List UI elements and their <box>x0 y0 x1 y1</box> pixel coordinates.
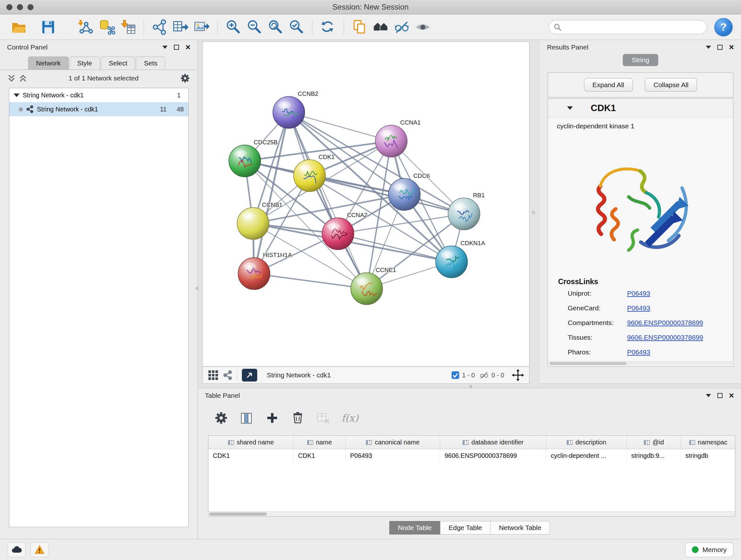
network-node-RB1[interactable] <box>448 198 480 230</box>
tab-network-table[interactable]: Network Table <box>490 521 550 535</box>
collapse-all-button[interactable]: Collapse All <box>645 78 697 91</box>
network-row[interactable]: String Network - cdk1 11 48 <box>9 102 188 116</box>
gear-icon[interactable] <box>180 73 191 84</box>
table-row[interactable]: CDK1CDK1P064939606.ENSP00000378699cyclin… <box>208 449 735 462</box>
import-table-button[interactable] <box>118 17 138 38</box>
network-node-HIST1H1A[interactable] <box>238 258 270 290</box>
table-cell[interactable]: CDK1 <box>208 449 293 462</box>
collapse-all-icon[interactable] <box>7 74 16 83</box>
close-panel-icon[interactable] <box>729 391 734 400</box>
import-network-database-button[interactable] <box>96 17 118 38</box>
import-network-file-button[interactable] <box>75 17 96 38</box>
crosslink-link[interactable]: P06493 <box>627 304 650 312</box>
network-edge[interactable] <box>289 112 367 289</box>
warnings-button[interactable] <box>30 543 49 557</box>
expand-all-icon[interactable] <box>18 74 27 83</box>
column-header-shared-name[interactable]: shared name <box>208 436 293 449</box>
tab-edge-table[interactable]: Edge Table <box>440 521 491 535</box>
network-view-canvas[interactable]: CCNB2CCNA1CDC25BCDK1CDC6RB1CCNB1CCNA2CDK… <box>202 42 529 367</box>
network-node-CCNE1[interactable] <box>351 273 383 305</box>
crosslink-link[interactable]: P06493 <box>627 348 650 356</box>
network-node-CCNA1[interactable] <box>375 125 407 157</box>
table-cell[interactable]: cyclin-dependent ... <box>546 449 627 462</box>
export-image-button[interactable] <box>191 17 212 38</box>
tab-network[interactable]: Network <box>28 57 69 70</box>
maximize-panel-icon[interactable] <box>718 45 723 50</box>
column-header-id[interactable]: @id <box>627 436 681 449</box>
minimize-window-button[interactable] <box>17 4 23 10</box>
export-network-button[interactable] <box>170 17 191 38</box>
network-node-CDC6[interactable] <box>388 179 420 210</box>
table-cell[interactable]: stringdb <box>681 449 735 462</box>
scrollbar-thumb[interactable] <box>209 512 267 516</box>
search-input[interactable] <box>564 23 702 31</box>
crosslink-link[interactable]: P06493 <box>627 290 650 297</box>
float-panel-icon[interactable] <box>706 394 711 397</box>
float-panel-icon[interactable] <box>162 46 167 49</box>
column-header-name[interactable]: name <box>293 436 346 449</box>
network-collection-row[interactable]: String Network - cdk1 1 <box>9 88 188 102</box>
crosslink-link[interactable]: 9606.ENSP00000378699 <box>627 334 703 341</box>
column-header-namespac[interactable]: namespac <box>681 436 735 449</box>
maximize-panel-icon[interactable] <box>718 393 723 398</box>
column-header-canonical-name[interactable]: canonical name <box>346 436 440 449</box>
table-cell[interactable]: stringdb:9... <box>627 449 681 462</box>
protein-header-row[interactable]: CDK1 <box>548 99 733 118</box>
zoom-fit-button[interactable] <box>265 17 286 38</box>
help-button[interactable] <box>714 18 733 37</box>
right-splitter-handle[interactable] <box>532 211 535 214</box>
zoom-selected-button[interactable] <box>286 17 307 38</box>
tab-select[interactable]: Select <box>101 57 135 70</box>
grid-view-button[interactable] <box>208 370 219 381</box>
search-box[interactable] <box>549 20 707 34</box>
left-splitter-handle[interactable] <box>196 287 199 290</box>
open-session-button[interactable] <box>8 17 29 38</box>
show-all-button[interactable] <box>412 17 433 38</box>
column-header-database-identifier[interactable]: database identifier <box>440 436 546 449</box>
network-node-CDK1[interactable] <box>293 160 326 192</box>
network-edge[interactable] <box>254 273 367 289</box>
hidden-eye-icon[interactable] <box>479 370 489 380</box>
copy-button[interactable] <box>349 17 370 38</box>
table-horizontal-scrollbar[interactable] <box>208 511 735 516</box>
network-node-CCNB1[interactable] <box>237 207 269 240</box>
collapse-triangle-icon[interactable] <box>14 94 19 97</box>
hide-selection-button[interactable] <box>391 17 412 38</box>
function-builder-button[interactable]: f(x) <box>340 412 360 424</box>
column-header-description[interactable]: description <box>546 436 627 449</box>
zoom-window-button[interactable] <box>27 4 33 10</box>
tab-sets[interactable]: Sets <box>136 57 165 70</box>
pan-mode-button[interactable] <box>512 369 524 381</box>
table-cell[interactable]: CDK1 <box>293 449 346 462</box>
memory-button[interactable]: Memory <box>685 543 733 557</box>
checkbox-icon[interactable] <box>451 371 460 379</box>
close-window-button[interactable] <box>6 4 12 10</box>
results-horizontal-scrollbar[interactable] <box>549 361 732 365</box>
table-cell[interactable]: 9606.ENSP00000378699 <box>440 449 546 462</box>
table-cell[interactable]: P06493 <box>346 449 440 462</box>
network-graph[interactable]: CCNB2CCNA1CDC25BCDK1CDC6RB1CCNB1CCNA2CDK… <box>203 42 529 366</box>
cloud-status-button[interactable] <box>8 543 25 557</box>
delete-column-button[interactable] <box>288 409 307 427</box>
network-node-CCNB2[interactable] <box>273 97 305 128</box>
save-session-button[interactable] <box>38 17 59 38</box>
table-settings-button[interactable] <box>212 409 230 427</box>
maximize-panel-icon[interactable] <box>174 45 179 50</box>
create-column-button[interactable] <box>263 409 281 427</box>
network-node-CDC25B[interactable] <box>229 145 261 177</box>
close-panel-icon[interactable] <box>185 43 191 52</box>
expand-all-button[interactable]: Expand All <box>584 78 633 91</box>
crosslink-link[interactable]: 9606.ENSP00000378699 <box>627 319 703 327</box>
network-node-CCNA2[interactable] <box>322 218 354 250</box>
collapse-triangle-icon[interactable] <box>567 106 573 110</box>
network-edge[interactable] <box>254 112 289 273</box>
zoom-out-button[interactable] <box>244 17 265 38</box>
bottom-splitter-handle[interactable] <box>469 385 472 388</box>
zoom-in-button[interactable] <box>223 17 244 38</box>
home-button[interactable] <box>370 17 391 38</box>
tab-node-table[interactable]: Node Table <box>389 521 441 535</box>
apply-layout-button[interactable] <box>318 17 339 38</box>
tab-style[interactable]: Style <box>69 57 100 70</box>
network-node-CDKN1A[interactable] <box>435 246 468 278</box>
network-view-mode-button[interactable] <box>223 370 232 380</box>
